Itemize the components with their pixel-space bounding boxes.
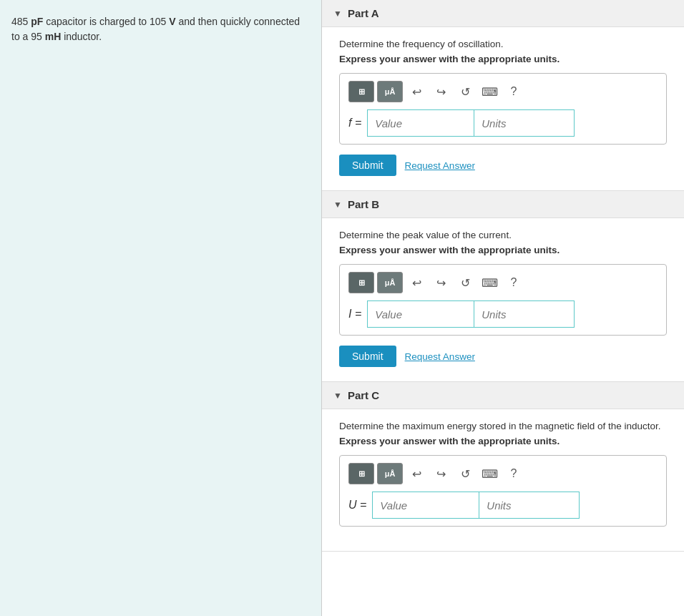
part-b-answer-box: ⊞ μÅ ↩ ↪ ↺ ⌨ ? [339, 264, 667, 336]
part-c-keyboard-button[interactable]: ⌨ [479, 463, 500, 484]
part-b-submit-button[interactable]: Submit [339, 346, 396, 367]
part-b-label: Part B [348, 198, 379, 210]
part-a-buttons-row: Submit Request Answer [339, 155, 667, 176]
part-c-mu-button[interactable]: μÅ [377, 463, 403, 484]
part-c-section: ▼ Part C Determine the maximum energy st… [322, 382, 684, 552]
part-a-keyboard-icon: ⌨ [482, 85, 498, 99]
part-b-toolbar: ⊞ μÅ ↩ ↪ ↺ ⌨ ? [348, 272, 658, 293]
part-b-mu-button[interactable]: μÅ [377, 272, 403, 293]
part-b-buttons-row: Submit Request Answer [339, 346, 667, 367]
part-b-value-input[interactable] [367, 300, 474, 328]
part-b-header: ▼ Part B [322, 191, 684, 218]
part-b-redo-button[interactable]: ↪ [430, 272, 451, 293]
part-c-redo-button[interactable]: ↪ [430, 463, 451, 484]
part-c-toolbar: ⊞ μÅ ↩ ↪ ↺ ⌨ ? [348, 463, 658, 484]
part-b-undo-icon: ↩ [412, 276, 421, 290]
part-a-redo-icon: ↪ [436, 85, 446, 99]
part-b-help-button[interactable]: ? [503, 272, 524, 293]
part-a-redo-button[interactable]: ↪ [430, 81, 451, 102]
part-a-section: ▼ Part A Determine the frequency of osci… [322, 0, 684, 191]
part-c-value-input[interactable] [372, 492, 479, 519]
part-a-toolbar: ⊞ μÅ ↩ ↪ ↺ ⌨ ? [348, 81, 658, 102]
part-c-grid-button[interactable]: ⊞ [348, 463, 374, 484]
part-b-units-input[interactable] [474, 300, 575, 328]
part-c-keyboard-icon: ⌨ [482, 467, 498, 481]
part-b-instruction-bold: Express your answer with the appropriate… [339, 245, 667, 255]
part-a-undo-button[interactable]: ↩ [406, 81, 427, 102]
part-b-input-row: I = [348, 300, 658, 328]
part-c-header: ▼ Part C [322, 382, 684, 409]
part-c-reset-button[interactable]: ↺ [454, 463, 476, 484]
part-c-collapse-arrow[interactable]: ▼ [333, 391, 342, 401]
part-b-keyboard-button[interactable]: ⌨ [479, 272, 500, 293]
right-panel: ▼ Part A Determine the frequency of osci… [322, 0, 684, 616]
part-a-undo-icon: ↩ [412, 85, 421, 99]
part-c-input-row: U = [348, 492, 658, 519]
part-a-grid-button[interactable]: ⊞ [348, 81, 374, 102]
part-a-input-label: f = [348, 117, 361, 129]
part-a-reset-button[interactable]: ↺ [454, 81, 476, 102]
part-b-content: Determine the peak value of the current.… [322, 218, 684, 381]
part-c-input-label: U = [348, 499, 366, 512]
part-c-reset-icon: ↺ [461, 467, 470, 481]
part-b-redo-icon: ↪ [436, 276, 446, 290]
part-c-help-icon: ? [511, 467, 517, 480]
part-c-instruction: Determine the maximum energy stored in t… [339, 421, 667, 431]
part-a-collapse-arrow[interactable]: ▼ [333, 9, 342, 19]
part-c-instruction-bold: Express your answer with the appropriate… [339, 436, 667, 446]
part-a-request-answer-button[interactable]: Request Answer [405, 160, 475, 171]
part-b-grid-button[interactable]: ⊞ [348, 272, 374, 293]
part-b-undo-button[interactable]: ↩ [406, 272, 427, 293]
part-c-help-button[interactable]: ? [503, 463, 524, 484]
left-panel: 485 pF capacitor is charged to 105 V and… [0, 0, 322, 616]
part-c-redo-icon: ↪ [436, 467, 446, 481]
part-a-answer-box: ⊞ μÅ ↩ ↪ ↺ ⌨ ? [339, 73, 667, 145]
part-b-help-icon: ? [511, 276, 517, 289]
part-c-answer-box: ⊞ μÅ ↩ ↪ ↺ ⌨ ? [339, 455, 667, 527]
part-b-request-answer-button[interactable]: Request Answer [405, 351, 475, 362]
part-a-input-row: f = [348, 109, 658, 137]
part-a-value-input[interactable] [367, 109, 474, 137]
part-c-label: Part C [348, 389, 379, 401]
part-a-instruction: Determine the frequency of oscillation. [339, 39, 667, 49]
part-a-instruction-bold: Express your answer with the appropriate… [339, 54, 667, 64]
part-a-submit-button[interactable]: Submit [339, 155, 396, 176]
part-c-content: Determine the maximum energy stored in t… [322, 409, 684, 551]
part-a-label: Part A [348, 7, 379, 19]
part-b-input-label: I = [348, 308, 361, 321]
part-a-mu-button[interactable]: μÅ [377, 81, 403, 102]
part-b-keyboard-icon: ⌨ [482, 276, 498, 290]
part-a-help-icon: ? [511, 85, 517, 98]
part-b-reset-button[interactable]: ↺ [454, 272, 476, 293]
part-b-reset-icon: ↺ [461, 276, 470, 290]
part-a-keyboard-button[interactable]: ⌨ [479, 81, 500, 102]
part-a-help-button[interactable]: ? [503, 81, 524, 102]
part-b-instruction: Determine the peak value of the current. [339, 230, 667, 240]
part-b-collapse-arrow[interactable]: ▼ [333, 200, 342, 210]
problem-text: 485 pF capacitor is charged to 105 V and… [11, 16, 300, 42]
part-a-reset-icon: ↺ [461, 85, 470, 99]
problem-description: 485 pF capacitor is charged to 105 V and… [11, 14, 310, 44]
part-c-units-input[interactable] [479, 492, 580, 519]
part-a-content: Determine the frequency of oscillation. … [322, 27, 684, 190]
part-a-units-input[interactable] [474, 109, 575, 137]
part-c-undo-button[interactable]: ↩ [406, 463, 427, 484]
part-c-undo-icon: ↩ [412, 467, 421, 481]
part-b-section: ▼ Part B Determine the peak value of the… [322, 191, 684, 382]
part-a-header: ▼ Part A [322, 0, 684, 27]
